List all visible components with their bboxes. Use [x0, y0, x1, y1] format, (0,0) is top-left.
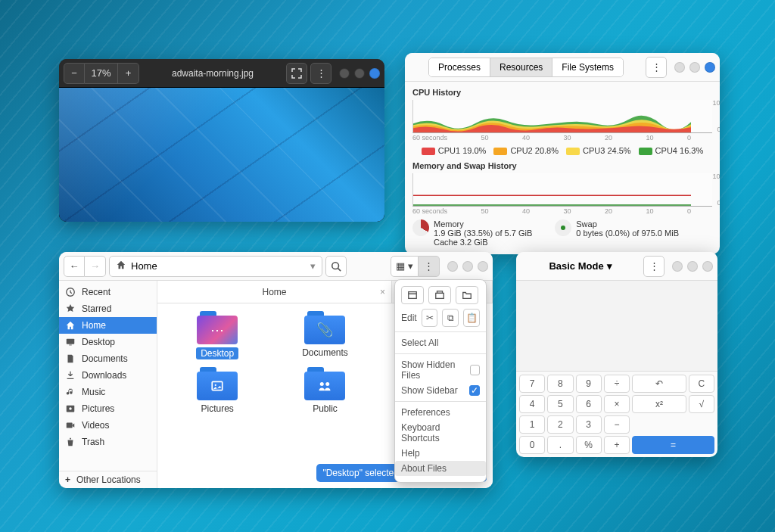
hamburger-popover: Edit ✂ ⧉ 📋 Select All Show Hidden Files … — [394, 279, 487, 483]
tab-resources[interactable]: Resources — [490, 58, 552, 76]
edit-label: Edit — [401, 313, 417, 323]
hamburger-menu-button[interactable]: ⋮ — [419, 256, 440, 277]
sidebar-item-recent[interactable]: Recent — [59, 284, 157, 300]
key-div[interactable]: ÷ — [604, 375, 630, 393]
menu-select-all[interactable]: Select All — [401, 335, 480, 350]
window-controls — [674, 62, 715, 73]
svg-rect-6 — [69, 345, 72, 346]
close-button[interactable] — [369, 68, 380, 79]
minimize-button[interactable] — [672, 261, 683, 272]
close-button[interactable] — [705, 62, 715, 73]
path-bar[interactable]: Home ▾ — [109, 256, 322, 277]
key-add[interactable]: + — [604, 436, 630, 454]
svg-point-14 — [326, 382, 330, 386]
maximize-button[interactable] — [354, 68, 365, 79]
svg-line-3 — [338, 268, 341, 271]
zoom-out-button[interactable]: − — [64, 63, 85, 84]
paste-button[interactable]: 📋 — [463, 309, 480, 327]
key-k9[interactable]: 9 — [576, 375, 602, 393]
sidebar-item-documents[interactable]: Documents — [59, 350, 157, 367]
folder-documents[interactable]: 📎 Documents — [271, 311, 378, 359]
maximize-button[interactable] — [462, 261, 473, 272]
hamburger-menu-icon[interactable]: ⋮ — [643, 256, 665, 277]
key-k2[interactable]: 2 — [547, 415, 573, 434]
search-button[interactable] — [325, 256, 347, 277]
close-button[interactable] — [478, 261, 488, 272]
new-tab-button[interactable] — [428, 286, 451, 304]
menu-about[interactable]: About Files — [395, 461, 486, 476]
sidebar-item-desktop[interactable]: Desktop — [59, 334, 157, 350]
minimize-button[interactable] — [674, 62, 685, 73]
maximize-button[interactable] — [687, 261, 698, 272]
tab-processes[interactable]: Processes — [429, 58, 490, 76]
sidebar-item-starred[interactable]: Starred — [59, 300, 157, 317]
hamburger-menu-icon[interactable]: ⋮ — [646, 57, 667, 78]
cpu-chart: 100 %0 % — [412, 100, 712, 133]
menu-help[interactable]: Help — [401, 446, 480, 461]
key-eq[interactable]: = — [632, 436, 714, 454]
key-k5[interactable]: 5 — [547, 395, 573, 413]
key-k7[interactable]: 7 — [519, 375, 545, 393]
svg-point-13 — [320, 382, 324, 386]
new-folder-button[interactable] — [456, 286, 478, 304]
menu-show-sidebar[interactable]: Show Sidebar✓ — [401, 383, 480, 398]
minimize-button[interactable] — [447, 261, 458, 272]
sidebar-item-music[interactable]: Music — [59, 384, 157, 400]
key-k4[interactable]: 4 — [519, 395, 545, 413]
key-sq[interactable]: x² — [632, 395, 686, 413]
key-mul[interactable]: × — [604, 395, 630, 413]
chevron-down-icon[interactable]: ▾ — [310, 260, 316, 272]
key-sub[interactable]: − — [604, 415, 630, 434]
close-button[interactable] — [702, 261, 713, 272]
files-window: ← → Home ▾ ▦ ▾ ⋮ Recent Starred Home — [59, 252, 493, 488]
new-window-button[interactable] — [401, 286, 424, 304]
image-canvas — [59, 88, 384, 222]
tab-filesystems[interactable]: File Systems — [552, 58, 623, 76]
copy-button[interactable]: ⧉ — [442, 309, 459, 327]
svg-rect-15 — [409, 292, 417, 299]
checkbox-off-icon[interactable] — [470, 365, 480, 375]
view-mode-button[interactable]: ▦ ▾ — [391, 256, 419, 277]
checkbox-on-icon[interactable]: ✓ — [469, 385, 480, 396]
hamburger-menu-icon[interactable]: ⋮ — [310, 63, 331, 84]
sidebar-item-trash[interactable]: Trash — [59, 434, 157, 450]
close-tab-icon[interactable]: × — [380, 287, 385, 297]
back-button[interactable]: ← — [64, 256, 85, 277]
sidebar-item-videos[interactable]: Videos — [59, 417, 157, 434]
key-undo[interactable]: ↶ — [632, 375, 686, 393]
folder-public[interactable]: Public — [271, 367, 378, 414]
key-k3[interactable]: 3 — [576, 415, 602, 434]
calculator-display[interactable] — [516, 281, 717, 372]
maximize-button[interactable] — [689, 62, 700, 73]
key-k1[interactable]: 1 — [519, 415, 545, 434]
tab-home[interactable]: Home × — [157, 281, 392, 303]
menu-preferences[interactable]: Preferences — [401, 405, 480, 420]
key-k8[interactable]: 8 — [547, 375, 573, 393]
sidebar-item-home[interactable]: Home — [59, 317, 157, 334]
menu-shortcuts[interactable]: Keyboard Shortcuts — [401, 420, 480, 446]
key-dot[interactable]: . — [547, 436, 573, 454]
memory-label: Memory — [434, 219, 532, 229]
svg-point-12 — [215, 384, 216, 386]
window-controls — [339, 68, 380, 79]
key-k6[interactable]: 6 — [576, 395, 602, 413]
sidebar-item-downloads[interactable]: Downloads — [59, 367, 157, 384]
key-k0[interactable]: 0 — [519, 436, 545, 454]
memory-chart: 100 %0 % — [412, 173, 712, 207]
folder-desktop[interactable]: ⋯ Desktop — [163, 311, 271, 359]
zoom-in-button[interactable]: + — [118, 63, 139, 84]
fullscreen-icon[interactable] — [286, 63, 307, 84]
sidebar-item-other-locations[interactable]: +Other Locations — [59, 471, 157, 488]
mode-selector[interactable]: Basic Mode▾ — [549, 260, 612, 272]
menu-show-hidden[interactable]: Show Hidden Files — [401, 357, 480, 383]
sidebar-item-pictures[interactable]: Pictures — [59, 400, 157, 417]
key-sqrt[interactable]: √ — [689, 395, 714, 413]
minimize-button[interactable] — [339, 68, 350, 79]
forward-button[interactable]: → — [85, 256, 106, 277]
image-viewer-window: − 17% + adwaita-morning.jpg ⋮ — [59, 59, 384, 222]
key-pct[interactable]: % — [576, 436, 602, 454]
svg-point-2 — [332, 262, 339, 269]
folder-pictures[interactable]: Pictures — [163, 367, 271, 414]
cut-button[interactable]: ✂ — [422, 309, 438, 327]
key-clear[interactable]: C — [689, 375, 714, 393]
